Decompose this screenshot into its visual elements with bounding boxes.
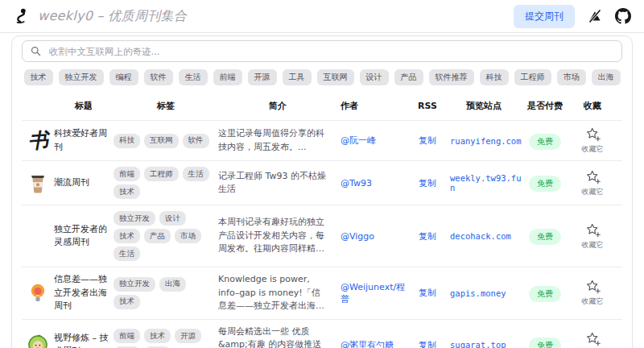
app-header: weekly0 – 优质周刊集合 提交周刊 bbox=[0, 0, 644, 33]
paid-cell: 免费 bbox=[522, 336, 568, 348]
weekly-tag: 技术 bbox=[114, 229, 140, 243]
weekly-description: Knowledge is power, info–gap is money!「信… bbox=[218, 273, 337, 313]
column-header-2: 简介 bbox=[218, 100, 337, 112]
filter-tag-5[interactable]: 前端 bbox=[213, 69, 242, 85]
rss-copy-link[interactable]: 复制 bbox=[419, 288, 436, 298]
weekly-tags: 前端工程师生活技术 bbox=[114, 167, 218, 199]
weekly-description: 记录工程师 Tw93 的不枯燥生活 bbox=[218, 170, 337, 197]
lightbulb-icon bbox=[28, 283, 47, 304]
author-link[interactable]: @Weijunext/程普 bbox=[341, 282, 405, 304]
weekly-logo-cell: 书 bbox=[22, 130, 54, 151]
weekly-description: 这里记录每周值得分享的科技内容，周五发布。... bbox=[218, 127, 337, 154]
filter-tag-1[interactable]: 独立开发 bbox=[59, 69, 104, 85]
weekly-tags: 独立开发出海技术 bbox=[114, 277, 218, 309]
weekly-tags: 独立开发设计技术产品市场生活 bbox=[114, 211, 218, 261]
author-cell: @粥里有勺糖 bbox=[337, 339, 410, 348]
filter-tag-10[interactable]: 产品 bbox=[394, 69, 423, 85]
vercel-slash-icon[interactable] bbox=[588, 9, 602, 23]
star-plus-icon[interactable] bbox=[585, 222, 601, 238]
filter-tag-6[interactable]: 开源 bbox=[248, 69, 277, 85]
paid-cell: 免费 bbox=[522, 174, 568, 192]
weekly-description: 本周刊记录有趣好玩的独立产品设计开发相关内容，每周发布。往期内容同样精彩，感兴趣… bbox=[218, 216, 337, 256]
filter-tag-11[interactable]: 软件推荐 bbox=[429, 69, 474, 85]
submit-weekly-button[interactable]: 提交周刊 bbox=[514, 5, 575, 28]
site-cell: ruanyifeng.com bbox=[445, 136, 522, 146]
filter-tag-9[interactable]: 设计 bbox=[360, 69, 389, 85]
star-plus-icon[interactable] bbox=[585, 126, 601, 142]
filter-tag-3[interactable]: 软件 bbox=[144, 69, 173, 85]
favorite-cell: 收藏它 bbox=[568, 331, 617, 348]
paid-cell: 免费 bbox=[522, 227, 568, 245]
site-link[interactable]: ruanyifeng.com bbox=[450, 136, 522, 146]
weekly-tag: 生活 bbox=[183, 167, 209, 181]
content-card: 技术独立开发编程软件生活前端开源工具互联网设计产品软件推荐科技工程师市场出海 标… bbox=[11, 35, 633, 348]
star-plus-icon[interactable] bbox=[585, 331, 601, 346]
rss-copy-link[interactable]: 复制 bbox=[419, 340, 436, 348]
table-header: 标题标签简介作者RSS预览站点是否付费收藏 bbox=[22, 93, 622, 120]
star-plus-icon[interactable] bbox=[585, 279, 601, 294]
column-header-6: 是否付费 bbox=[522, 100, 568, 112]
site-cell: gapis.money bbox=[445, 288, 522, 298]
author-link[interactable]: @阮一峰 bbox=[341, 135, 376, 146]
author-link[interactable]: @Viggo bbox=[341, 231, 374, 242]
filter-tag-4[interactable]: 生活 bbox=[179, 69, 208, 85]
weekly-tag: 产品 bbox=[144, 229, 171, 243]
star-plus-icon[interactable] bbox=[585, 169, 601, 184]
site-cell: weekly.tw93.fun bbox=[445, 173, 522, 193]
column-header-0: 标题 bbox=[54, 100, 114, 112]
weekly-tag: 独立开发 bbox=[114, 211, 155, 226]
weekly-tag: 技术 bbox=[114, 295, 140, 309]
table-row: 独立开发者的灵感周刊独立开发设计技术产品市场生活本周刊记录有趣好玩的独立产品设计… bbox=[22, 205, 622, 267]
github-icon[interactable] bbox=[615, 8, 631, 24]
coffee-cup-icon bbox=[28, 172, 47, 193]
author-link[interactable]: @Tw93 bbox=[341, 178, 372, 188]
rss-copy-link[interactable]: 复制 bbox=[419, 135, 436, 146]
paid-cell: 免费 bbox=[522, 132, 568, 150]
weekly-title: 科技爱好者周刊 bbox=[54, 127, 114, 154]
favorite-label: 收藏它 bbox=[582, 144, 604, 155]
search-input[interactable] bbox=[47, 45, 613, 58]
column-header-1: 标签 bbox=[114, 100, 218, 112]
column-header-7: 收藏 bbox=[568, 100, 617, 112]
weekly-tag: 工程师 bbox=[144, 167, 179, 181]
filter-tag-2[interactable]: 编程 bbox=[109, 69, 138, 85]
filter-tag-0[interactable]: 技术 bbox=[24, 69, 53, 85]
rss-copy-link[interactable]: 复制 bbox=[419, 178, 436, 188]
table-row: 潮流周刊前端工程师生活技术记录工程师 Tw93 的不枯燥生活@Tw93复制wee… bbox=[22, 160, 622, 205]
filter-tag-12[interactable]: 科技 bbox=[480, 69, 509, 85]
filter-tag-13[interactable]: 工程师 bbox=[514, 69, 551, 85]
free-badge: 免费 bbox=[529, 176, 561, 192]
weekly-tags: 前端技术开源工具知识 bbox=[114, 329, 218, 348]
favorite-cell: 收藏它 bbox=[568, 169, 617, 197]
author-cell: @Weijunext/程普 bbox=[337, 281, 410, 305]
weekly-tag: 独立开发 bbox=[114, 277, 155, 292]
weekly-title: 独立开发者的灵感周刊 bbox=[54, 223, 114, 250]
site-cell: decohack.com bbox=[445, 231, 522, 241]
logo[interactable]: weekly0 – 优质周刊集合 bbox=[13, 7, 187, 25]
favorite-label: 收藏它 bbox=[582, 240, 604, 251]
filter-tag-7[interactable]: 工具 bbox=[283, 69, 312, 85]
rss-cell: 复制 bbox=[410, 287, 445, 299]
header-actions: 提交周刊 bbox=[514, 5, 631, 28]
site-link[interactable]: gapis.money bbox=[450, 288, 506, 298]
filter-tag-15[interactable]: 出海 bbox=[592, 69, 621, 85]
weekly-description: 每周会精选出一些 优质&amp;有趣 的内容做推送（大前端为主），包含但不限于 … bbox=[218, 325, 337, 348]
site-link[interactable]: sugarat.top bbox=[450, 340, 506, 348]
author-cell: @Tw93 bbox=[337, 178, 410, 188]
weekly-tag: 软件 bbox=[183, 134, 209, 148]
site-link[interactable]: weekly.tw93.fun bbox=[450, 173, 522, 193]
weekly-logo-cell bbox=[22, 283, 54, 304]
author-link[interactable]: @粥里有勺糖 bbox=[341, 340, 394, 348]
site-link[interactable]: decohack.com bbox=[450, 231, 511, 241]
weekly-tag: 技术 bbox=[144, 329, 171, 343]
filter-tag-8[interactable]: 互联网 bbox=[317, 69, 354, 85]
filter-tag-14[interactable]: 市场 bbox=[557, 69, 586, 85]
rss-cell: 复制 bbox=[410, 230, 445, 242]
rss-cell: 复制 bbox=[410, 135, 445, 147]
author-cell: @阮一峰 bbox=[337, 135, 410, 147]
ink-figure-logo-icon bbox=[13, 7, 31, 25]
free-badge: 免费 bbox=[529, 134, 561, 150]
rss-copy-link[interactable]: 复制 bbox=[419, 231, 436, 242]
favorite-cell: 收藏它 bbox=[568, 126, 617, 155]
rss-cell: 复制 bbox=[410, 339, 445, 348]
